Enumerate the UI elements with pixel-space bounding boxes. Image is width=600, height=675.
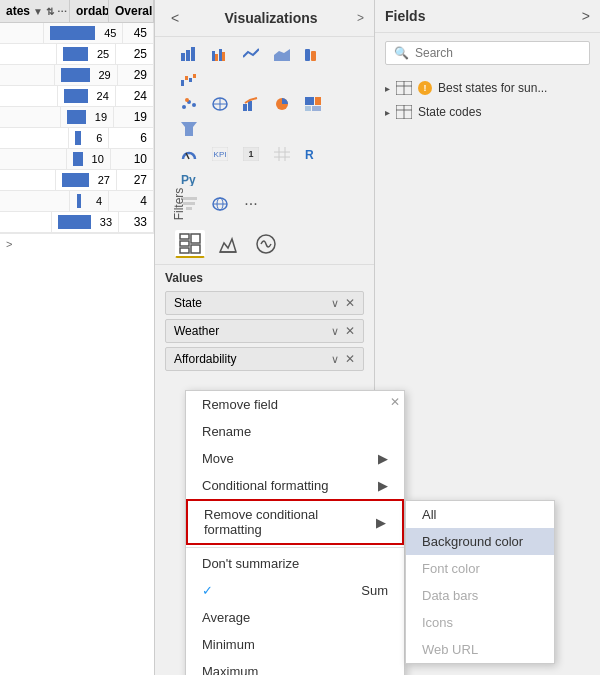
close-icon-state[interactable]: ✕: [345, 296, 355, 310]
bar-chart-icon[interactable]: [175, 43, 203, 65]
rename-item[interactable]: Rename: [186, 418, 404, 445]
filters-label: Filters: [172, 188, 186, 221]
clustered-bar-icon[interactable]: [206, 43, 234, 65]
build-tab[interactable]: [175, 230, 205, 258]
fields-expand-button[interactable]: >: [582, 8, 590, 24]
more-visuals-icon[interactable]: ···: [237, 193, 265, 215]
svg-text:Py: Py: [181, 173, 196, 186]
minimum-item[interactable]: Minimum: [186, 631, 404, 658]
ribbon-chart-icon[interactable]: [299, 43, 327, 65]
treemap-icon[interactable]: [299, 93, 327, 115]
funnel-icon[interactable]: [175, 118, 203, 140]
table-row: 29 29: [0, 65, 154, 86]
pie-chart-icon[interactable]: [268, 93, 296, 115]
bar: [58, 215, 91, 229]
line-chart-icon[interactable]: [237, 43, 265, 65]
average-item[interactable]: Average: [186, 604, 404, 631]
matrix-icon[interactable]: [268, 143, 296, 165]
r-visual-icon[interactable]: R: [299, 143, 327, 165]
svg-text:KPI: KPI: [214, 150, 227, 159]
state-codes-label: State codes: [418, 105, 481, 119]
combo-chart-icon[interactable]: [237, 93, 265, 115]
context-menu-close[interactable]: ✕: [390, 395, 400, 409]
collapse-panel-button[interactable]: <: [165, 8, 185, 28]
filter-icon[interactable]: ▼: [33, 6, 43, 17]
svg-rect-46: [180, 234, 189, 239]
expand-icon-affordability[interactable]: ∨: [331, 353, 339, 366]
format-tab[interactable]: [213, 230, 243, 258]
fields-group-state-codes-header[interactable]: ▸ State codes: [375, 101, 600, 123]
state-cell: [0, 128, 69, 148]
visualizations-panel: < Visualizations > Filters: [155, 0, 375, 675]
menu-icon[interactable]: ⋯: [57, 6, 67, 17]
gauge-icon[interactable]: [175, 143, 203, 165]
conditional-formatting-label: Conditional formatting: [202, 478, 328, 493]
svg-rect-6: [222, 52, 225, 61]
icon-row-2: [175, 93, 344, 140]
field-pill-affordability[interactable]: Affordability ∨ ✕: [165, 347, 364, 371]
search-input[interactable]: [415, 46, 581, 60]
submenu-all-label: All: [422, 507, 436, 522]
close-icon-weather[interactable]: ✕: [345, 324, 355, 338]
remove-conditional-arrow-icon: ▶: [376, 515, 386, 530]
state-cell: [0, 44, 57, 64]
submenu-data-bars-label: Data bars: [422, 588, 478, 603]
globe-icon[interactable]: [206, 193, 234, 215]
svg-rect-0: [181, 53, 185, 61]
remove-conditional-formatting-item[interactable]: Remove conditional formatting ▶: [186, 499, 404, 545]
submenu-background-color[interactable]: Background color: [406, 528, 554, 555]
afford-cell: 24: [58, 86, 116, 106]
fields-group-best-states: ▸ ! Best states for sun...: [375, 77, 600, 99]
table-row: 19 19: [0, 107, 154, 128]
maximum-item[interactable]: Maximum: [186, 658, 404, 675]
expand-icon-weather[interactable]: ∨: [331, 325, 339, 338]
waterfall-icon[interactable]: [175, 68, 203, 90]
afford-cell: 19: [61, 107, 114, 127]
vis-icons-area: KPI 1 R Py: [155, 37, 374, 224]
submenu-icons[interactable]: Icons: [406, 609, 554, 636]
conditional-formatting-item[interactable]: Conditional formatting ▶: [186, 472, 404, 499]
overall-cell: 27: [117, 170, 154, 190]
overall-cell: 29: [118, 65, 154, 85]
area-chart-icon[interactable]: [268, 43, 296, 65]
more-indicator[interactable]: >: [0, 233, 154, 254]
submenu-font-color[interactable]: Font color: [406, 555, 554, 582]
expand-icon-state[interactable]: ∨: [331, 297, 339, 310]
svg-rect-11: [185, 76, 188, 80]
table-row: 4 4: [0, 191, 154, 212]
card-icon[interactable]: 1: [237, 143, 265, 165]
remove-field-item[interactable]: Remove field: [186, 391, 404, 418]
kpi-icon[interactable]: KPI: [206, 143, 234, 165]
submenu-font-color-label: Font color: [422, 561, 480, 576]
svg-point-17: [185, 98, 189, 102]
main-container: ates ▼ ⇅ ⋯ ordability Overal 45 45 25 25: [0, 0, 600, 675]
fields-group-best-states-header[interactable]: ▸ ! Best states for sun...: [375, 77, 600, 99]
table-row: 10 10: [0, 149, 154, 170]
afford-cell: 25: [57, 44, 116, 64]
field-pill-state[interactable]: State ∨ ✕: [165, 291, 364, 315]
field-pill-weather[interactable]: Weather ∨ ✕: [165, 319, 364, 343]
overall-cell: 45: [123, 23, 154, 43]
sum-item[interactable]: ✓ Sum: [186, 577, 404, 604]
svg-rect-24: [305, 97, 314, 105]
dont-summarize-item[interactable]: Don't summarize: [186, 550, 404, 577]
svg-rect-1: [186, 50, 190, 61]
move-item[interactable]: Move ▶: [186, 445, 404, 472]
submenu-web-url[interactable]: Web URL: [406, 636, 554, 663]
state-cell: [0, 149, 67, 169]
group-expand-icon-2: ▸: [385, 107, 390, 118]
bar-value: 24: [91, 90, 109, 102]
bar: [50, 26, 95, 40]
overall-header: Overal: [109, 0, 154, 22]
bar-value: 25: [91, 48, 109, 60]
submenu-web-url-label: Web URL: [422, 642, 478, 657]
analytics-tab[interactable]: [251, 230, 281, 258]
submenu-data-bars[interactable]: Data bars: [406, 582, 554, 609]
svg-rect-10: [181, 80, 184, 86]
map-icon[interactable]: [206, 93, 234, 115]
overall-cell: 4: [109, 191, 154, 211]
submenu-all[interactable]: All: [406, 501, 554, 528]
close-icon-affordability[interactable]: ✕: [345, 352, 355, 366]
svg-rect-4: [215, 54, 218, 61]
scatter-chart-icon[interactable]: [175, 93, 203, 115]
